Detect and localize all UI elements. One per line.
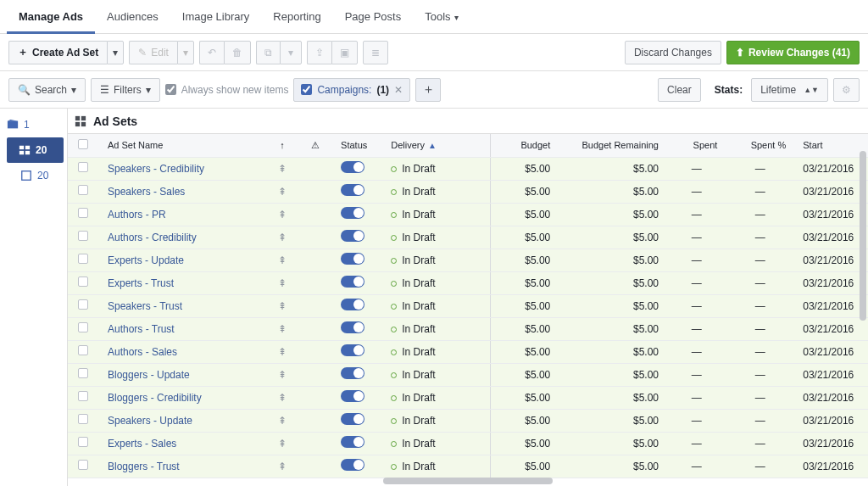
- discard-changes-button[interactable]: Discard Changes: [625, 41, 721, 64]
- table-row[interactable]: Speakers - Credibility⇞In Draft$5.00$5.0…: [68, 157, 868, 180]
- status-toggle[interactable]: [341, 161, 364, 173]
- status-toggle[interactable]: [341, 299, 364, 310]
- edit-dropdown[interactable]: ▾: [177, 41, 194, 64]
- ad-set-name-link[interactable]: Authors - Sales: [108, 346, 177, 358]
- stats-range-button[interactable]: Lifetime▲▼: [751, 78, 828, 102]
- table-container[interactable]: Ad Set Name ↑ ⚠ Status Delivery▲ Budget …: [68, 134, 868, 486]
- row-checkbox[interactable]: [78, 322, 88, 332]
- table-row[interactable]: Bloggers - Credibility⇞In Draft$5.00$5.0…: [68, 386, 868, 409]
- row-checkbox[interactable]: [78, 414, 88, 424]
- status-toggle[interactable]: [341, 436, 364, 448]
- undo-button[interactable]: ↶: [199, 41, 224, 64]
- duplicate-dropdown[interactable]: ▾: [280, 41, 302, 64]
- col-spent[interactable]: Spent: [667, 134, 726, 157]
- preview-button[interactable]: ▣: [331, 41, 358, 64]
- row-checkbox[interactable]: [78, 391, 88, 401]
- delete-button[interactable]: 🗑: [224, 41, 251, 64]
- always-show-new-items[interactable]: Always show new items: [165, 84, 289, 96]
- row-checkbox[interactable]: [78, 162, 88, 172]
- row-checkbox[interactable]: [78, 437, 88, 447]
- col-delivery[interactable]: Delivery▲: [382, 134, 490, 157]
- row-checkbox[interactable]: [78, 277, 88, 287]
- col-errors[interactable]: ⚠: [299, 134, 332, 157]
- col-budget-remaining[interactable]: Budget Remaining: [559, 134, 667, 157]
- report-button[interactable]: ≣: [363, 41, 388, 64]
- row-checkbox[interactable]: [78, 231, 88, 241]
- row-checkbox[interactable]: [78, 254, 88, 264]
- status-toggle[interactable]: [341, 276, 364, 288]
- col-start[interactable]: Start: [794, 134, 868, 157]
- filters-button[interactable]: ☰Filters▾: [91, 78, 160, 102]
- campaigns-filter-chip[interactable]: Campaigns: (1) ✕: [293, 78, 410, 102]
- horizontal-scrollbar[interactable]: [383, 478, 553, 484]
- row-checkbox[interactable]: [78, 460, 88, 470]
- tab-manage-ads[interactable]: Manage Ads: [7, 0, 95, 34]
- col-spent-pct[interactable]: Spent %: [726, 134, 794, 157]
- status-toggle[interactable]: [341, 253, 364, 265]
- ad-set-name-link[interactable]: Authors - Credibility: [108, 232, 197, 243]
- ad-set-name-link[interactable]: Experts - Sales: [108, 438, 176, 450]
- ad-set-name-link[interactable]: Experts - Trust: [108, 277, 174, 289]
- row-checkbox[interactable]: [78, 208, 88, 218]
- status-toggle[interactable]: [341, 321, 364, 333]
- campaigns-chip-checkbox[interactable]: [301, 84, 312, 95]
- ad-set-name-link[interactable]: Bloggers - Credibility: [108, 392, 202, 404]
- close-icon[interactable]: ✕: [394, 84, 403, 96]
- row-checkbox[interactable]: [78, 368, 88, 378]
- status-toggle[interactable]: [341, 184, 364, 196]
- customize-columns-button[interactable]: ⚙: [833, 78, 860, 102]
- table-row[interactable]: Authors - Credibility⇞In Draft$5.00$5.00…: [68, 226, 868, 249]
- search-button[interactable]: 🔍Search▾: [8, 78, 86, 102]
- tree-ads[interactable]: 20: [0, 163, 67, 188]
- col-status[interactable]: Status: [332, 134, 382, 157]
- col-budget[interactable]: Budget: [490, 134, 559, 157]
- status-toggle[interactable]: [341, 344, 364, 356]
- ad-set-name-link[interactable]: Authors - PR: [108, 209, 166, 221]
- table-row[interactable]: Authors - PR⇞In Draft$5.00$5.00——03/21/2…: [68, 203, 868, 226]
- ad-set-name-link[interactable]: Speakers - Update: [108, 415, 192, 427]
- tab-page-posts[interactable]: Page Posts: [333, 0, 414, 34]
- ad-set-name-link[interactable]: Speakers - Trust: [108, 300, 182, 312]
- table-row[interactable]: Bloggers - Update⇞In Draft$5.00$5.00——03…: [68, 363, 868, 386]
- table-row[interactable]: Speakers - Trust⇞In Draft$5.00$5.00——03/…: [68, 294, 868, 317]
- table-row[interactable]: Authors - Sales⇞In Draft$5.00$5.00——03/2…: [68, 340, 868, 363]
- tree-campaigns[interactable]: 1: [0, 112, 67, 137]
- ad-set-name-link[interactable]: Experts - Update: [108, 254, 184, 266]
- table-row[interactable]: Authors - Trust⇞In Draft$5.00$5.00——03/2…: [68, 317, 868, 340]
- add-filter-chip[interactable]: ＋: [415, 78, 441, 102]
- review-changes-button[interactable]: ⬆Review Changes (41): [726, 41, 860, 64]
- always-show-checkbox[interactable]: [165, 84, 176, 95]
- ad-set-name-link[interactable]: Bloggers - Trust: [108, 461, 180, 472]
- tab-audiences[interactable]: Audiences: [95, 0, 170, 34]
- col-name[interactable]: Ad Set Name: [99, 134, 265, 157]
- create-ad-set-dropdown[interactable]: ▾: [107, 41, 124, 64]
- ad-set-name-link[interactable]: Authors - Trust: [108, 323, 175, 335]
- row-checkbox[interactable]: [78, 185, 88, 195]
- select-all-checkbox[interactable]: [78, 139, 88, 149]
- tree-ad-sets[interactable]: 20: [7, 137, 64, 163]
- row-checkbox[interactable]: [78, 299, 88, 310]
- table-row[interactable]: Experts - Trust⇞In Draft$5.00$5.00——03/2…: [68, 271, 868, 294]
- tab-tools[interactable]: Tools▾: [413, 0, 470, 34]
- clear-filters-button[interactable]: Clear: [658, 78, 701, 102]
- status-toggle[interactable]: [341, 367, 364, 379]
- col-sort-up[interactable]: ↑: [265, 134, 298, 157]
- table-row[interactable]: Experts - Update⇞In Draft$5.00$5.00——03/…: [68, 249, 868, 271]
- table-row[interactable]: Speakers - Sales⇞In Draft$5.00$5.00——03/…: [68, 180, 868, 203]
- ad-set-name-link[interactable]: Speakers - Sales: [108, 186, 185, 198]
- row-checkbox[interactable]: [78, 345, 88, 355]
- vertical-scrollbar[interactable]: [860, 151, 866, 321]
- tab-reporting[interactable]: Reporting: [261, 0, 332, 34]
- export-button[interactable]: ⇪: [307, 41, 331, 64]
- create-ad-set-button[interactable]: ＋Create Ad Set: [8, 41, 107, 64]
- table-row[interactable]: Speakers - Update⇞In Draft$5.00$5.00——03…: [68, 409, 868, 432]
- table-row[interactable]: Bloggers - Trust⇞In Draft$5.00$5.00——03/…: [68, 455, 868, 478]
- status-toggle[interactable]: [341, 230, 364, 242]
- table-row[interactable]: Experts - Sales⇞In Draft$5.00$5.00——03/2…: [68, 432, 868, 455]
- edit-button[interactable]: ✎Edit: [129, 41, 177, 64]
- status-toggle[interactable]: [341, 459, 364, 471]
- tab-image-library[interactable]: Image Library: [170, 0, 261, 34]
- ad-set-name-link[interactable]: Bloggers - Update: [108, 369, 190, 381]
- status-toggle[interactable]: [341, 390, 364, 402]
- duplicate-button[interactable]: ⧉: [256, 41, 280, 64]
